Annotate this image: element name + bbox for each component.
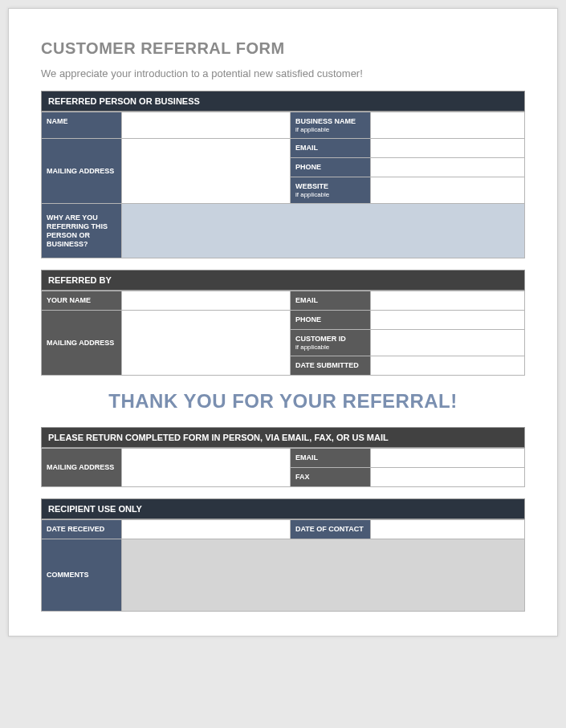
label-website: WEBSITE if applicable — [291, 177, 371, 203]
field-email[interactable] — [371, 139, 525, 158]
label-why: WHY ARE YOU REFERRING THIS PERSON OR BUS… — [42, 204, 122, 258]
section4-header: RECIPIENT USE ONLY — [41, 498, 525, 519]
field-why[interactable] — [122, 204, 525, 258]
field-date-submitted[interactable] — [371, 356, 525, 376]
label-mailing-address: MAILING ADDRESS — [42, 139, 122, 204]
label-fax: FAX — [291, 467, 371, 486]
field-mailing-address[interactable] — [122, 139, 291, 204]
field-comments[interactable] — [122, 539, 525, 611]
section3-header: PLEASE RETURN COMPLETED FORM IN PERSON, … — [41, 427, 525, 448]
field-email3[interactable] — [371, 449, 525, 468]
section4-table: DATE RECEIVED DATE OF CONTACT COMMENTS — [41, 519, 525, 612]
field-website[interactable] — [371, 177, 525, 203]
field-your-name[interactable] — [122, 291, 291, 311]
label-email3: EMAIL — [291, 449, 371, 468]
label-comments: COMMENTS — [42, 539, 122, 611]
label-customer-id: CUSTOMER ID if applicable — [291, 329, 371, 356]
label-mailing-address2: MAILING ADDRESS — [42, 311, 122, 376]
label-date-received: DATE RECEIVED — [42, 519, 122, 539]
field-customer-id[interactable] — [371, 329, 525, 356]
section1-header: REFERRED PERSON OR BUSINESS — [41, 91, 525, 112]
field-phone[interactable] — [371, 158, 525, 177]
label-email: EMAIL — [291, 139, 371, 158]
field-mailing-address2[interactable] — [122, 311, 291, 376]
field-business-name[interactable] — [371, 112, 525, 139]
field-phone2[interactable] — [371, 311, 525, 330]
label-phone2: PHONE — [291, 311, 371, 330]
label-email2: EMAIL — [291, 291, 371, 311]
form-page: CUSTOMER REFERRAL FORM We appreciate you… — [8, 8, 558, 636]
field-date-contact[interactable] — [371, 519, 525, 539]
form-subtitle: We appreciate your introduction to a pot… — [41, 67, 525, 79]
section1-table: NAME BUSINESS NAME if applicable MAILING… — [41, 112, 525, 258]
section3-table: MAILING ADDRESS EMAIL FAX — [41, 448, 525, 487]
label-business-name: BUSINESS NAME if applicable — [291, 112, 371, 139]
section2-table: YOUR NAME EMAIL MAILING ADDRESS PHONE CU… — [41, 291, 525, 376]
label-date-contact: DATE OF CONTACT — [291, 519, 371, 539]
thank-you-message: THANK YOU FOR YOUR REFERRAL! — [41, 376, 525, 427]
label-mailing-address3: MAILING ADDRESS — [42, 449, 122, 487]
field-fax[interactable] — [371, 467, 525, 486]
field-name[interactable] — [122, 112, 291, 139]
field-mailing-address3[interactable] — [122, 449, 291, 487]
label-phone: PHONE — [291, 158, 371, 177]
label-date-submitted: DATE SUBMITTED — [291, 356, 371, 376]
label-name: NAME — [42, 112, 122, 139]
field-date-received[interactable] — [122, 519, 291, 539]
field-email2[interactable] — [371, 291, 525, 311]
form-title: CUSTOMER REFERRAL FORM — [41, 39, 525, 58]
section2-header: REFERRED BY — [41, 270, 525, 291]
label-your-name: YOUR NAME — [42, 291, 122, 311]
